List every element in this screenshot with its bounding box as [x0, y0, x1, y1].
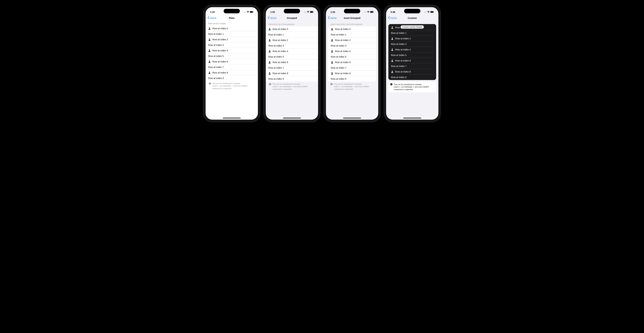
cellular-icon: •••• — [364, 11, 366, 13]
home-indicator[interactable] — [343, 118, 361, 118]
section-header: Custom section header — [400, 25, 424, 28]
list-row[interactable]: Row at index 6 — [388, 58, 436, 64]
list-row[interactable]: Row at index 0 — [266, 26, 318, 32]
list-row[interactable]: Row at index 5 — [388, 52, 436, 58]
status-time: 1:33 — [210, 11, 215, 13]
svg-rect-31 — [332, 84, 332, 85]
list-row[interactable]: Row at index 5 — [206, 53, 258, 59]
back-button[interactable]: Home — [208, 16, 216, 20]
home-indicator[interactable] — [283, 118, 301, 118]
list-row[interactable]: Row at index 1 — [206, 31, 258, 37]
section-header: INSET GROUPED SECTION HEADER — [326, 21, 378, 26]
list-row[interactable]: Row at index 8 — [328, 70, 376, 76]
svg-rect-24 — [374, 12, 374, 12]
svg-rect-23 — [370, 12, 373, 12]
svg-point-6 — [209, 61, 210, 62]
person-icon — [208, 38, 211, 41]
row-label: Row at index 5 — [268, 56, 284, 58]
footer-text: This can be something for example Label(… — [272, 83, 315, 90]
person-icon — [268, 50, 271, 52]
list-row[interactable]: Row at index 3 — [266, 43, 318, 48]
row-label: Row at index 9 — [391, 76, 406, 78]
list-row[interactable]: Row at index 2 — [266, 38, 318, 43]
person-icon — [391, 26, 394, 29]
svg-point-37 — [392, 38, 393, 38]
list-row[interactable]: Row at index 8 — [206, 70, 258, 76]
list-row[interactable]: Row at index 6 — [328, 60, 376, 65]
svg-rect-1 — [250, 12, 253, 12]
person-icon — [331, 72, 334, 75]
wifi-icon — [307, 11, 309, 13]
list-row[interactable]: Row at index 5 — [328, 54, 376, 60]
list-row[interactable]: Row at index 5 — [266, 54, 318, 60]
list-row[interactable]: Row at index 2 — [206, 37, 258, 42]
list-row[interactable]: Row at index 6 — [266, 60, 318, 65]
list-row[interactable]: Row at index 2 — [388, 36, 436, 41]
list-row[interactable]: Row at index 2 — [328, 38, 376, 43]
list-row[interactable]: Row at index 1 — [266, 32, 318, 38]
row-label: Row at index 2 — [272, 39, 288, 42]
footer-text: This can be something for example Label(… — [212, 82, 255, 90]
row-label: Row at index 7 — [208, 66, 224, 68]
list-row[interactable]: Row at index 3 — [206, 42, 258, 48]
home-indicator[interactable] — [223, 118, 241, 118]
list-row[interactable]: Row at index 7 — [206, 64, 258, 70]
list-row[interactable]: Row at index 9 — [328, 76, 376, 82]
list-row[interactable]: Row at index 7 — [266, 65, 318, 70]
page-title: Grouped — [287, 16, 297, 19]
cellular-icon: •••• — [304, 11, 306, 13]
home-indicator[interactable] — [403, 118, 421, 118]
list-row[interactable]: Row at index 0 — [206, 26, 258, 31]
cellular-icon: •••• — [244, 11, 246, 13]
list-row[interactable]: Row at index 4 — [388, 47, 436, 52]
list-row[interactable]: Row at index 3 — [328, 43, 376, 48]
list-row[interactable]: Row at index 4 — [266, 48, 318, 54]
list-row[interactable]: Row at index 7 — [328, 65, 376, 70]
back-label: Home — [210, 16, 216, 19]
list-row[interactable]: Row at index 7 — [388, 64, 436, 69]
back-button[interactable]: Home — [388, 16, 397, 20]
row-label: Row at index 1 — [268, 33, 284, 36]
person-icon — [391, 48, 394, 51]
person-icon — [331, 50, 334, 52]
svg-point-7 — [209, 72, 210, 73]
status-icons: •••• — [364, 11, 374, 13]
row-label: Row at index 2 — [212, 38, 228, 41]
chevron-left-icon — [268, 16, 270, 20]
person-icon — [208, 49, 211, 52]
list-row[interactable]: Row at index 9 — [206, 76, 258, 81]
list-row[interactable]: Row at index 9 — [388, 74, 436, 80]
list-row[interactable]: Row at index 9 — [266, 76, 318, 82]
list-row[interactable]: Row at index 1 — [328, 32, 376, 38]
row-label: Row at index 9 — [331, 78, 346, 80]
section-footer: This can be something for example Label(… — [326, 82, 378, 92]
person-icon — [268, 72, 271, 75]
list-row[interactable]: Row at index 1 — [388, 30, 436, 36]
back-button[interactable]: Home — [268, 16, 276, 20]
list-row[interactable]: Row at index 4 — [206, 48, 258, 53]
row-label: Row at index 4 — [335, 50, 350, 52]
back-button[interactable]: Home — [328, 16, 337, 20]
list-row[interactable]: Row at index 8 — [266, 70, 318, 76]
row-label: Row at index 5 — [208, 55, 224, 58]
list-row[interactable]: Row at index 0 — [328, 26, 376, 32]
list-row[interactable]: Row at index 6 — [206, 59, 258, 64]
row-label: Row at index 0 — [212, 27, 228, 30]
list-row[interactable]: Row at index 4 — [328, 48, 376, 54]
svg-point-29 — [332, 72, 332, 73]
row-label: Row at index 5 — [331, 56, 346, 58]
chevron-left-icon — [388, 16, 390, 20]
page-title: Custom — [408, 16, 417, 19]
back-label: Home — [390, 16, 397, 19]
row-label: Row at index 7 — [331, 66, 346, 69]
list-row[interactable]: Row at index 8 — [388, 69, 436, 74]
nav-bar: Home Custom — [386, 15, 438, 21]
row-label: Row at index 0 — [272, 28, 288, 30]
phone-grouped: 1:33 •••• Home Grouped GROUPED SECTION H… — [264, 5, 320, 122]
list-row[interactable]: Row at index 3 — [388, 41, 436, 47]
nav-bar: Home Plain — [206, 15, 258, 21]
section-footer: This can be something for example Label(… — [266, 82, 318, 92]
person-icon — [268, 39, 271, 42]
svg-rect-35 — [434, 12, 434, 12]
back-label: Home — [270, 16, 276, 19]
